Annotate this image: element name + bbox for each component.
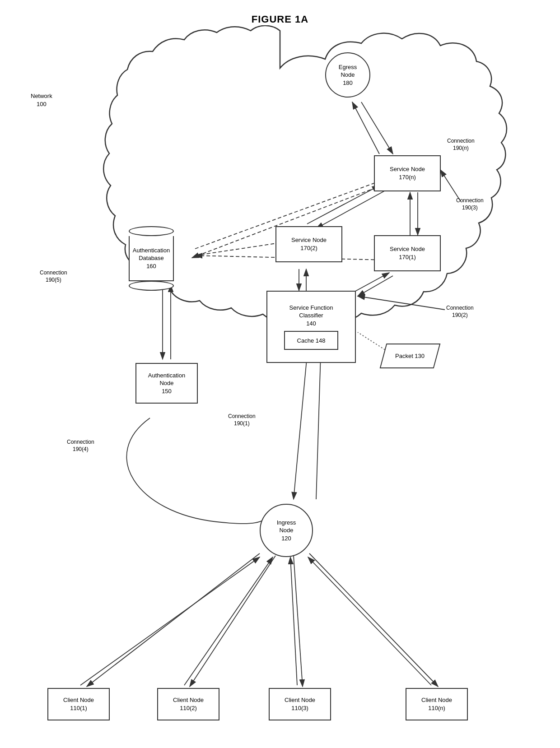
ingress-node: Ingress Node 120 — [260, 504, 313, 557]
network-label: Network100 — [31, 92, 52, 108]
client-node-2: Client Node 110(2) — [157, 688, 219, 720]
service-node-1: Service Node 170(1) — [374, 235, 441, 271]
svg-line-22 — [316, 355, 321, 499]
client-2-label: Client Node 110(2) — [173, 696, 204, 712]
svg-line-8 — [307, 186, 379, 224]
svg-line-7 — [316, 190, 386, 228]
figure-title: FIGURE 1A — [0, 0, 560, 25]
service-2-label: Service Node 170(2) — [291, 236, 327, 252]
svg-line-4 — [352, 102, 379, 154]
sfc-node: Service Function Classifier 140 Cache 14… — [266, 291, 356, 363]
cache-label: Cache 148 — [297, 337, 326, 345]
packet-node: Packet 130 — [383, 344, 437, 368]
client-node-1: Client Node 110(1) — [47, 688, 110, 720]
client-3-label: Client Node 110(3) — [285, 696, 315, 712]
svg-line-29 — [184, 557, 273, 685]
svg-line-3 — [361, 102, 393, 154]
conn-n-label: Connection190(n) — [447, 137, 475, 152]
client-n-label: Client Node 110(n) — [421, 696, 452, 712]
packet-label: Packet 130 — [395, 353, 425, 359]
auth-node: Authentication Node 150 — [135, 363, 198, 404]
service-n-label: Service Node 170(n) — [390, 165, 425, 181]
svg-line-31 — [308, 557, 431, 685]
svg-line-25 — [190, 556, 275, 687]
svg-line-30 — [290, 557, 297, 685]
auth-db: Authentication Database 160 — [129, 226, 174, 291]
svg-line-27 — [309, 553, 438, 687]
svg-line-24 — [87, 553, 260, 687]
svg-line-28 — [80, 557, 260, 685]
conn-3-label: Connection190(3) — [456, 197, 484, 211]
conn-2-label: Connection190(2) — [446, 304, 474, 319]
svg-line-26 — [294, 556, 303, 687]
egress-node: Egress Node 180 — [325, 52, 370, 98]
svg-line-14 — [355, 273, 389, 292]
diagram-svg — [0, 25, 560, 748]
client-node-3: Client Node 110(3) — [269, 688, 331, 720]
diagram-container: Network100 Egress Node 180 Connection190… — [0, 25, 560, 748]
client-1-label: Client Node 110(1) — [63, 696, 94, 712]
service-1-label: Service Node 170(1) — [390, 245, 425, 261]
cache-node: Cache 148 — [284, 331, 338, 350]
service-node-n: Service Node 170(n) — [374, 155, 441, 191]
sfc-label: Service Function Classifier 140 — [289, 304, 333, 327]
auth-node-label: Authentication Node 150 — [148, 372, 185, 395]
service-node-2: Service Node 170(2) — [275, 226, 342, 262]
svg-line-6 — [358, 296, 445, 310]
conn-1-label: Connection190(1) — [228, 413, 256, 427]
conn-4-label: Connection190(4) — [67, 438, 94, 453]
auth-db-label: Authentication Database 160 — [133, 246, 170, 270]
svg-line-21 — [294, 355, 307, 499]
ingress-label: Ingress Node 120 — [277, 519, 296, 543]
svg-line-17 — [195, 242, 285, 256]
conn-5-label: Connection190(5) — [40, 269, 67, 283]
client-node-n: Client Node 110(n) — [406, 688, 468, 720]
svg-line-13 — [358, 276, 393, 296]
egress-label: Egress Node 180 — [339, 63, 357, 87]
